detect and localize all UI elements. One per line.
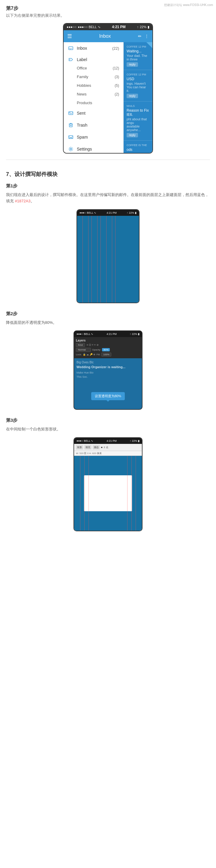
sent-label: Sent — [77, 111, 119, 116]
email-subject-1: USD — [127, 77, 150, 81]
preview-line-3: This Soc. — [77, 375, 139, 378]
step1-header: 第1步 — [0, 180, 216, 191]
email-subject-3: ods — [127, 148, 150, 152]
app-body: Inbox (22) Label Office (12) — [63, 42, 153, 153]
toolbar-item-shape[interactable]: 矩形 — [76, 445, 83, 450]
step2-email-preview: Big Oves Blc Wedding Organizer is waitin… — [74, 358, 142, 409]
watermark: 想建设计论坛 www.FOSSI-UHK.com — [164, 3, 213, 7]
trash-label: Trash — [77, 123, 119, 127]
opacity-label: Opacity: — [92, 348, 101, 351]
sidebar-item-spam[interactable]: Spam — [63, 131, 123, 143]
toolbar-item-stroke[interactable]: 描边 — [93, 445, 100, 450]
preview-line-0: Big Oves Blc — [77, 361, 139, 364]
step3-status-bar: ●●●○ BELL ∿ 4:21 PM ↑ 22% ▮ — [74, 438, 142, 444]
section7-title: 7、设计撰写邮件模块 — [0, 166, 216, 180]
settings-label: Settings — [77, 147, 119, 151]
products-label: Products — [77, 100, 119, 105]
email-item-3[interactable]: COFFEE IS THE ods dome skill onknowledge… — [124, 141, 153, 153]
step3-desc: 在中间绘制一个白色矩形形状。 — [0, 425, 216, 435]
step3-time: 4:21 PM — [107, 439, 117, 442]
office-label: Office — [77, 66, 113, 70]
lock-label: Lock: — [76, 353, 82, 356]
step2-carrier: ●●●○ BELL ∿ — [77, 333, 93, 336]
step3-screenshot: ●●●○ BELL ∿ 4:21 PM ↑ 22% ▮ 矩形 填充 描边 ■ 2… — [74, 437, 142, 531]
email-item-2[interactable]: MAILS Reason to Fix IE6. pht about that … — [124, 101, 153, 141]
sidebar: Inbox (22) Label Office (12) — [63, 42, 124, 153]
app-header: ☰ Inbox ✏ ⋮ — [63, 30, 153, 42]
sidebar-item-settings[interactable]: Settings — [63, 143, 123, 153]
kind-icons: ≡ Ⓐ T ✂ ⊘ — [87, 343, 99, 347]
email-date-2: MAILS — [127, 104, 135, 107]
email-list-inner: COFFEE 12 PM Waiting... Your dad. The in… — [124, 42, 153, 153]
email-subject-0: Waiting... — [127, 49, 150, 53]
step2-battery: ↑ 22% ▮ — [130, 333, 139, 336]
fill-value[interactable]: 100% — [101, 352, 111, 356]
toolbar-item-fill[interactable]: 填充 — [84, 445, 91, 450]
email-preview-3: dome skill onknowledge. — [127, 152, 150, 153]
family-count: (3) — [115, 75, 119, 79]
email-date-3: COFFEE IS THE — [127, 144, 147, 147]
svg-rect-2 — [69, 112, 73, 115]
battery-pct: 22% — [140, 25, 146, 29]
edit-icon[interactable]: ✏ — [138, 34, 142, 39]
carrier: ●●●○○ BELL — [78, 25, 97, 29]
trash-icon — [68, 122, 74, 128]
more-icon[interactable]: ⋮ — [144, 34, 149, 39]
email-preview-2: pht about that anguavailable anywhe... — [127, 117, 150, 132]
inbox-title: Inbox — [99, 33, 111, 39]
step3-dims-bar: W: 520 图 0 H: 820 像素 — [74, 451, 142, 456]
sidebar-item-news[interactable]: News (2) — [63, 90, 123, 98]
sidebar-item-inbox[interactable]: Inbox (22) — [63, 42, 123, 54]
label-icon — [68, 57, 74, 63]
step2-header: 第2步 — [0, 308, 216, 318]
signal-dots: ●●●○○ — [66, 25, 77, 29]
email-date-1: COFFEE 12 PM — [127, 73, 146, 76]
step2-desc: 降低面层的不透明度为80%。 — [0, 318, 216, 328]
inbox-label: Inbox — [77, 46, 112, 51]
svg-point-1 — [70, 59, 70, 60]
signal-icon: ↑ — [137, 25, 139, 29]
step1-screenshot: ●●●○ BELL ∿ 4:21 PM ↑ 22% ▮ — [77, 209, 139, 303]
step3-toolbar: 矩形 填充 描边 ■ 2 点 — [74, 444, 142, 451]
step3-battery: ↑ 22% ▮ — [130, 439, 139, 442]
email-reply-btn-1[interactable]: reply — [127, 94, 138, 98]
sidebar-item-label[interactable]: Label — [63, 54, 123, 64]
layers-panel: Layers Kind ≡ Ⓐ T ✂ ⊘ Normal Opacity: 80… — [74, 337, 142, 358]
sidebar-item-family[interactable]: Family (3) — [63, 72, 123, 81]
svg-rect-5 — [69, 135, 73, 138]
spam-label: Spam — [77, 135, 119, 140]
status-right: ↑ 22% ▮ — [137, 25, 150, 29]
sidebar-item-sent[interactable]: Sent — [63, 107, 123, 119]
email-subject-2: Reason to Fix IE6. — [127, 108, 150, 117]
email-reply-btn-2[interactable]: reply — [127, 133, 138, 137]
step1-carrier: ●●●○ BELL ∿ — [80, 211, 96, 214]
email-item-1[interactable]: COFFEE 12 PM USD ings. Haven'tYou can he… — [124, 70, 153, 101]
lock-icons: 🔒 ☁ 🔑 ⊕ — [83, 353, 96, 356]
preview-line-1: Wedding Organizer is waiting... — [77, 365, 139, 369]
hamburger-icon[interactable]: ☰ — [67, 33, 72, 39]
step2-time: 4:21 PM — [107, 333, 117, 336]
sidebar-item-hobbies[interactable]: Hobbies (5) — [63, 81, 123, 90]
email-date-0: COFFEE 12 PM — [127, 45, 146, 48]
wifi-icon: ∿ — [98, 25, 101, 29]
fill-label: Fill: — [97, 353, 100, 356]
step1-battery: ↑ 22% ▮ — [127, 211, 136, 214]
email-list: COFFEE 12 PM Waiting... Your dad. The in… — [124, 42, 153, 153]
opacity-value[interactable]: 80% — [102, 348, 110, 351]
header-icons: ✏ ⋮ — [138, 34, 149, 39]
sidebar-item-trash[interactable]: Trash — [63, 119, 123, 131]
step7-desc: 以下为右侧菜单完整的展示结果。 — [6, 13, 210, 18]
white-rectangle — [84, 475, 132, 511]
blend-mode-field[interactable]: Normal — [76, 348, 91, 352]
email-reply-btn-0[interactable]: reply — [127, 62, 138, 67]
news-label: News — [77, 92, 115, 96]
kind-field[interactable]: Kind — [76, 343, 85, 347]
sidebar-item-office[interactable]: Office (12) — [63, 64, 123, 72]
sidebar-item-products[interactable]: Products — [63, 98, 123, 107]
phone-mockup: ●●●○○ ●●●○○ BELL ∿ 4:21 PM ↑ 22% ▮ ☰ Inb… — [63, 23, 153, 154]
email-preview-0: Your dad. The in three — [127, 54, 150, 61]
step3-canvas — [74, 456, 142, 531]
toolbar-item-stroke-width[interactable]: ■ — [101, 446, 103, 449]
inbox-icon — [68, 45, 74, 51]
status-left: ●●●○○ ●●●○○ BELL ∿ — [66, 25, 101, 29]
